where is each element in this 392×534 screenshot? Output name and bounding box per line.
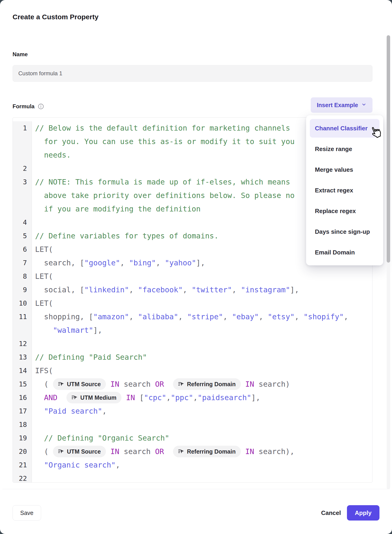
code-line[interactable]: social, ["linkedin", "facebook", "twitte… bbox=[32, 283, 372, 297]
code-string: "shopify" bbox=[303, 312, 344, 321]
menu-item-replace-regex[interactable]: Replace regex bbox=[310, 202, 379, 220]
insert-example-label: Insert Example bbox=[317, 102, 358, 109]
line-number: 20 bbox=[13, 445, 32, 458]
code-text: ], bbox=[93, 326, 102, 335]
line-number: 8 bbox=[13, 269, 32, 283]
scrollbar-thumb[interactable] bbox=[387, 35, 390, 263]
property-chip-utm-medium[interactable]: UTM Medium bbox=[66, 392, 122, 403]
insert-example-button[interactable]: Insert Example bbox=[311, 97, 373, 113]
code-string: "ebay" bbox=[232, 312, 259, 321]
menu-item-channel-classifier[interactable]: Channel Classifier bbox=[310, 119, 379, 137]
editor-row: 12 bbox=[13, 337, 372, 350]
code-text: shopping, [ bbox=[35, 312, 93, 321]
cancel-button[interactable]: Cancel bbox=[321, 505, 341, 520]
code-keyword: IN bbox=[245, 380, 254, 388]
line-number bbox=[13, 148, 32, 162]
property-icon bbox=[71, 395, 78, 400]
property-chip-referring-domain[interactable]: Referring Domain bbox=[173, 378, 241, 390]
line-number: 4 bbox=[13, 216, 32, 229]
code-line[interactable]: "Paid search", bbox=[32, 404, 372, 418]
code-text: search) bbox=[254, 380, 290, 388]
code-string: "ppc" bbox=[171, 393, 193, 402]
code-text: search), bbox=[254, 447, 294, 456]
code-line[interactable] bbox=[32, 418, 372, 431]
editor-row: 9 social, ["linkedin", "facebook", "twit… bbox=[13, 283, 372, 297]
code-text: LET( bbox=[35, 299, 53, 308]
code-text bbox=[35, 461, 44, 469]
code-line[interactable]: // Defining "Organic Search" bbox=[32, 431, 372, 445]
code-text: , bbox=[129, 312, 138, 321]
property-icon bbox=[178, 381, 184, 387]
line-number: 10 bbox=[13, 297, 32, 310]
code-line[interactable]: shopping, ["amazon", "alibaba", "stripe"… bbox=[32, 310, 372, 323]
line-number bbox=[13, 323, 32, 337]
editor-row: 13// Defining "Paid Search" bbox=[13, 350, 372, 364]
menu-item-merge-values[interactable]: Merge values bbox=[310, 160, 379, 179]
code-text: , bbox=[193, 393, 198, 402]
code-line[interactable]: "walmart"], bbox=[32, 323, 372, 337]
code-comment: // Define variables for types of domains… bbox=[35, 232, 219, 240]
property-icon bbox=[178, 449, 184, 454]
line-number: 19 bbox=[13, 431, 32, 445]
code-text: , bbox=[232, 285, 241, 294]
menu-item-extract-regex[interactable]: Extract regex bbox=[310, 181, 379, 200]
code-text: ( bbox=[35, 447, 53, 456]
code-text bbox=[241, 447, 245, 456]
code-string: "amazon" bbox=[93, 312, 129, 321]
chevron-down-icon bbox=[361, 102, 366, 109]
create-custom-property-dialog: Create a Custom Property Name Formula In… bbox=[0, 0, 392, 534]
line-number: 16 bbox=[13, 391, 32, 404]
code-comment: if you are modifying the definition bbox=[35, 204, 201, 213]
line-number: 3 bbox=[13, 175, 32, 189]
menu-item-days-since-sign-up[interactable]: Days since sign-up bbox=[310, 222, 379, 241]
code-keyword: IN bbox=[126, 393, 135, 402]
editor-row: 17 "Paid search", bbox=[13, 404, 372, 418]
line-number: 9 bbox=[13, 283, 32, 297]
code-string: "cpc" bbox=[144, 393, 166, 402]
apply-button[interactable]: Apply bbox=[347, 505, 379, 520]
line-number: 13 bbox=[13, 350, 32, 364]
formula-label: Formula bbox=[13, 103, 35, 110]
code-line[interactable]: LET( bbox=[32, 269, 372, 283]
code-string: "facebook" bbox=[138, 285, 183, 294]
menu-item-email-domain[interactable]: Email Domain bbox=[310, 243, 379, 262]
code-line[interactable]: ( UTM Source IN search OR Referring Doma… bbox=[32, 445, 372, 458]
code-text: , bbox=[259, 312, 268, 321]
code-line[interactable]: LET( bbox=[32, 297, 372, 310]
code-text: , bbox=[294, 312, 303, 321]
code-string: "instagram" bbox=[241, 285, 290, 294]
code-text: , bbox=[166, 393, 171, 402]
menu-item-resize-range[interactable]: Resize range bbox=[310, 140, 379, 158]
editor-row: 19 // Defining "Organic Search" bbox=[13, 431, 372, 445]
code-line[interactable]: IFS( bbox=[32, 364, 372, 377]
property-chip-label: Referring Domain bbox=[187, 381, 236, 388]
property-chip-utm-source[interactable]: UTM Source bbox=[53, 378, 106, 390]
code-line[interactable] bbox=[32, 337, 372, 350]
code-keyword: IN bbox=[110, 380, 119, 388]
code-text: search bbox=[119, 380, 155, 388]
code-text: , bbox=[178, 312, 187, 321]
code-text: ( bbox=[35, 380, 53, 388]
code-string: "stripe" bbox=[187, 312, 223, 321]
code-line[interactable]: ( UTM Source IN search OR Referring Doma… bbox=[32, 377, 372, 391]
code-string: "google" bbox=[84, 258, 120, 267]
code-text bbox=[164, 447, 173, 456]
line-number: 22 bbox=[13, 472, 32, 483]
info-icon[interactable] bbox=[38, 104, 44, 109]
code-text: search, [ bbox=[35, 258, 84, 267]
name-input[interactable] bbox=[13, 65, 373, 82]
code-line[interactable]: "Organic search", bbox=[32, 458, 372, 472]
code-string: "etsy" bbox=[268, 312, 295, 321]
code-comment: // Below is the default definition for m… bbox=[35, 124, 290, 132]
editor-row: 8LET( bbox=[13, 269, 372, 283]
line-number: 14 bbox=[13, 364, 32, 377]
save-button[interactable]: Save bbox=[13, 505, 41, 520]
code-line[interactable]: AND UTM Medium IN ["cpc","ppc","paidsear… bbox=[32, 391, 372, 404]
property-chip-utm-source[interactable]: UTM Source bbox=[53, 446, 106, 457]
property-chip-referring-domain[interactable]: Referring Domain bbox=[173, 446, 241, 457]
property-chip-label: Referring Domain bbox=[187, 448, 236, 455]
code-string: "walmart" bbox=[53, 326, 93, 335]
code-line[interactable] bbox=[32, 472, 372, 483]
code-line[interactable]: // Defining "Paid Search" bbox=[32, 350, 372, 364]
code-text bbox=[35, 393, 44, 402]
